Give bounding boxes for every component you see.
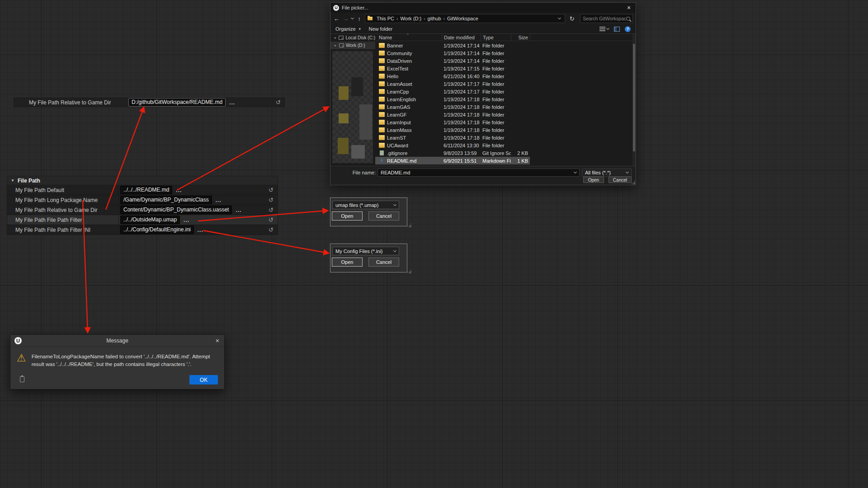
message-titlebar[interactable]: U Message × <box>10 335 224 347</box>
new-folder-button[interactable]: New folder <box>369 26 393 32</box>
scrollbar[interactable] <box>632 34 636 166</box>
breadcrumb-label[interactable]: github <box>426 16 443 21</box>
search-input[interactable] <box>583 16 626 21</box>
up-icon[interactable]: ↑ <box>356 15 363 22</box>
breadcrumb-label[interactable]: This PC <box>375 16 396 21</box>
breadcrumb-item[interactable]: Work (D:) › <box>398 16 425 21</box>
breadcrumb-item[interactable]: github › <box>426 16 445 21</box>
cancel-button[interactable]: Cancel <box>368 258 399 267</box>
message-dialog: U Message × ⚠ FilenameToLongPackageName … <box>10 334 225 389</box>
category-header-file-path[interactable]: ▼ File Path <box>7 176 278 185</box>
property-row[interactable]: My File Path Default ../../../README.md … <box>7 185 278 195</box>
search-box[interactable] <box>580 14 633 23</box>
address-dropdown-icon[interactable] <box>558 16 561 19</box>
file-name-combo[interactable] <box>377 169 580 177</box>
file-path-value-box[interactable]: Content/Dynamic/BP_DynamicClass.uasset <box>120 206 232 214</box>
file-type: File folder <box>481 51 511 56</box>
column-header-date-modified[interactable]: Date modified <box>442 34 481 41</box>
breadcrumb-item[interactable]: GitWorkspace › <box>445 16 480 21</box>
breadcrumb: This PC › Work (D:) › github › GitW <box>375 16 480 21</box>
resize-grip[interactable] <box>631 180 635 184</box>
browse-button[interactable]: ... <box>176 187 182 193</box>
reset-to-default-icon[interactable]: ↺ <box>269 197 274 203</box>
file-row[interactable]: Banner 1/19/2024 17:14 File folder <box>375 42 530 49</box>
file-path-value-box[interactable]: ../../../README.md <box>120 186 172 194</box>
breadcrumb-label[interactable]: Work (D:) <box>398 16 423 21</box>
copy-to-clipboard-icon[interactable] <box>20 376 24 382</box>
picker-sidebar: ▸ Local Disk (C:) ▸ Work (D:) <box>330 34 375 166</box>
address-bar[interactable]: This PC › Work (D:) › github › GitW <box>365 14 565 23</box>
file-path-value-box[interactable]: /Game/Dynamic/BP_DynamicClass <box>120 196 212 204</box>
file-filter-dropdown[interactable]: My Config Files (*.ini) <box>332 247 399 255</box>
organize-button[interactable]: Organize ▼ <box>335 26 362 32</box>
reset-to-default-icon[interactable]: ↺ <box>276 99 281 106</box>
browse-button[interactable]: ... <box>236 207 241 213</box>
file-row[interactable]: Hello 6/21/2024 16:40 File folder <box>375 72 530 80</box>
file-row[interactable]: UCAward 6/11/2024 13:30 File folder <box>375 141 530 149</box>
file-row[interactable]: LearnGAS 1/19/2024 17:18 File folder <box>375 103 530 111</box>
property-row[interactable]: My File Path File Path Filter ../../Outs… <box>7 215 278 225</box>
expand-caret-icon[interactable]: ▼ <box>11 178 14 183</box>
property-row[interactable]: My File Path Long Package Name /Game/Dyn… <box>7 195 278 205</box>
forward-icon[interactable]: → <box>342 15 349 22</box>
file-name-input[interactable] <box>381 170 574 175</box>
file-row[interactable]: LearnGF 1/19/2024 17:18 File folder <box>375 111 530 118</box>
file-row[interactable]: LearnCpp 1/19/2024 17:17 File folder <box>375 88 530 95</box>
file-row[interactable]: ExcelTest 1/19/2024 17:15 File folder <box>375 65 530 72</box>
sidebar-drive-item[interactable]: ▸ Work (D:) <box>330 42 375 49</box>
open-button[interactable]: Open <box>332 258 363 267</box>
change-view-button[interactable] <box>599 27 609 31</box>
help-icon[interactable]: ? <box>625 26 631 32</box>
browse-button[interactable]: ... <box>198 227 203 233</box>
file-name: LearnAsset <box>387 81 412 87</box>
file-type-dropdown[interactable]: All files (*.*) <box>582 169 632 177</box>
file-type-icon <box>379 104 385 109</box>
property-row[interactable]: My File Path Relative to Game Dir Conten… <box>7 205 278 215</box>
scrollbar-thumb[interactable] <box>633 44 635 151</box>
breadcrumb-item[interactable]: This PC › <box>375 16 398 21</box>
browse-button[interactable]: ... <box>229 99 235 106</box>
file-row[interactable]: LearnEnglish 1/19/2024 17:18 File folder <box>375 95 530 103</box>
tree-chevron-icon[interactable]: ▸ <box>335 43 337 47</box>
ok-button[interactable]: OK <box>189 375 218 385</box>
file-row[interactable]: DataDriven 1/19/2024 17:14 File folder <box>375 57 530 65</box>
file-path-value-box[interactable]: ../../OutsideMap.umap <box>120 216 180 224</box>
cancel-button[interactable]: Cancel <box>368 211 399 221</box>
file-row[interactable]: LearnInput 1/19/2024 17:18 File folder <box>375 118 530 126</box>
breadcrumb-label[interactable]: GitWorkspace <box>445 16 480 21</box>
file-row[interactable]: README.md 6/9/2021 15:51 Markdown File 1… <box>375 157 530 164</box>
browse-button[interactable]: ... <box>184 217 189 223</box>
tree-chevron-icon[interactable]: ▸ <box>335 36 337 40</box>
file-filter-dropdown[interactable]: umap files (*.umap) <box>332 201 399 209</box>
back-icon[interactable]: ← <box>333 15 340 22</box>
cancel-button[interactable]: Cancel <box>609 177 632 183</box>
file-name-dropdown-icon[interactable] <box>574 170 577 174</box>
close-icon[interactable]: × <box>622 4 636 11</box>
command-bar-right-icons: ? <box>599 26 631 32</box>
reset-to-default-icon[interactable]: ↺ <box>269 187 274 193</box>
open-button[interactable]: Open <box>332 211 363 221</box>
browse-button[interactable]: ... <box>216 197 222 203</box>
file-path-value-box[interactable]: ../../Config/DefaultEngine.ini <box>120 225 194 234</box>
file-row[interactable]: LearnMass 1/19/2024 17:18 File folder <box>375 126 530 134</box>
picker-titlebar[interactable]: U File picker... × <box>330 3 636 13</box>
property-row[interactable]: My File Path File Path Filter INI ../../… <box>7 225 278 235</box>
reset-to-default-icon[interactable]: ↺ <box>269 226 274 233</box>
column-header-size[interactable]: Size <box>511 34 530 41</box>
sidebar-drive-item[interactable]: ▸ Local Disk (C:) <box>330 34 375 42</box>
open-button[interactable]: Open <box>583 177 604 183</box>
property-value-area: ../../Config/DefaultEngine.ini ... ↺ <box>119 225 278 234</box>
preview-pane-icon[interactable] <box>614 27 620 32</box>
column-header-type[interactable]: Type <box>481 34 511 41</box>
file-path-value-box[interactable]: D:/github/GitWorkspace/README.md <box>128 98 226 107</box>
history-chevron-icon[interactable] <box>351 16 354 19</box>
reset-to-default-icon[interactable]: ↺ <box>269 206 274 213</box>
reset-to-default-icon[interactable]: ↺ <box>269 216 274 223</box>
file-row[interactable]: Community 1/19/2024 17:14 File folder <box>375 49 530 57</box>
file-row[interactable]: .gitignore 9/8/2023 13:59 Git Ignore Sou… <box>375 149 530 157</box>
file-row[interactable]: LearnAsset 1/19/2024 17:17 File folder <box>375 80 530 88</box>
file-row[interactable]: LearnST 1/19/2024 17:18 File folder <box>375 134 530 141</box>
close-icon[interactable]: × <box>216 337 219 344</box>
property-label: My File Path Relative to Game Dir <box>7 205 119 215</box>
refresh-icon[interactable]: ↻ <box>567 15 576 22</box>
